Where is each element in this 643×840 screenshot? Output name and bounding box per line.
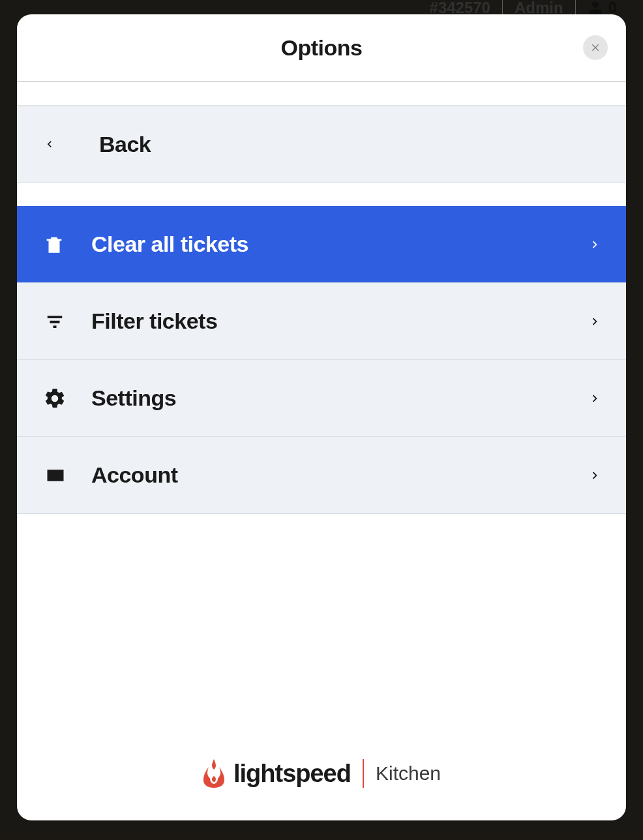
- options-modal: Options Back Clear all tickets Filter ti…: [17, 14, 626, 820]
- chevron-right-icon: [586, 465, 604, 486]
- spacer: [17, 183, 626, 206]
- chevron-left-icon: [43, 134, 78, 155]
- trash-icon: [43, 233, 78, 256]
- option-settings[interactable]: Settings: [17, 360, 626, 437]
- spacer: [17, 82, 626, 106]
- close-icon: [590, 42, 601, 53]
- option-account[interactable]: Account: [17, 437, 626, 514]
- back-label: Back: [78, 132, 604, 157]
- modal-title: Options: [281, 35, 363, 61]
- brand-logo: lightspeed Kitchen: [202, 758, 441, 789]
- option-filter-tickets[interactable]: Filter tickets: [17, 283, 626, 360]
- options-list: Clear all tickets Filter tickets Setting…: [17, 206, 626, 514]
- gear-icon: [43, 387, 78, 410]
- option-label: Account: [78, 462, 586, 488]
- modal-footer: lightspeed Kitchen: [17, 514, 626, 820]
- filter-icon: [43, 312, 78, 331]
- brand-product: Kitchen: [376, 762, 441, 785]
- chevron-right-icon: [586, 311, 604, 332]
- flame-icon: [202, 758, 226, 789]
- brand-name: lightspeed: [233, 760, 351, 788]
- option-label: Settings: [78, 385, 586, 411]
- modal-header: Options: [17, 14, 626, 82]
- option-clear-all-tickets[interactable]: Clear all tickets: [17, 206, 626, 283]
- option-label: Filter tickets: [78, 308, 586, 334]
- back-button[interactable]: Back: [17, 106, 626, 183]
- chevron-right-icon: [586, 388, 604, 409]
- id-card-icon: [43, 466, 78, 485]
- close-button[interactable]: [583, 35, 608, 60]
- option-label: Clear all tickets: [78, 232, 586, 257]
- chevron-right-icon: [586, 234, 604, 255]
- brand-divider: [363, 759, 364, 788]
